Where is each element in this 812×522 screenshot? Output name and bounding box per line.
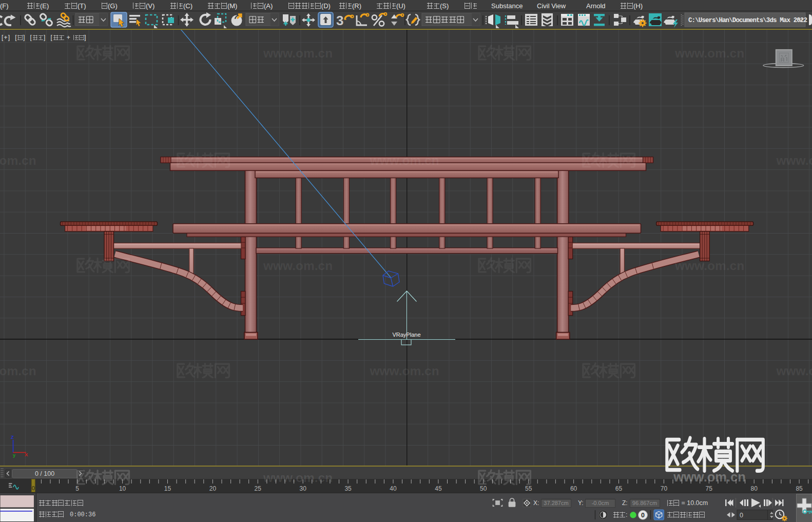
svg-text:C:\Users\Han\Documents\3ds Max: C:\Users\Han\Documents\3ds Max 2022 bbox=[688, 17, 807, 24]
svg-text:www.om.cn: www.om.cn bbox=[776, 153, 812, 167]
svg-text:30: 30 bbox=[300, 485, 307, 492]
svg-text:0: 0 bbox=[32, 485, 35, 491]
svg-text:www.om.cn: www.om.cn bbox=[263, 46, 333, 60]
svg-text:20: 20 bbox=[209, 485, 217, 492]
svg-text:0: 0 bbox=[740, 512, 743, 519]
svg-text:70: 70 bbox=[661, 485, 668, 492]
svg-text:www.om.cn: www.om.cn bbox=[369, 364, 439, 378]
svg-text:www.om.cn: www.om.cn bbox=[674, 46, 744, 60]
svg-text:15: 15 bbox=[164, 485, 171, 492]
svg-text:www.om.cn: www.om.cn bbox=[0, 364, 36, 378]
svg-text:50: 50 bbox=[480, 485, 487, 492]
svg-text:55: 55 bbox=[525, 485, 532, 492]
svg-text:Z: Z bbox=[11, 434, 14, 440]
svg-text:5: 5 bbox=[75, 485, 79, 492]
svg-text:35: 35 bbox=[344, 485, 352, 492]
svg-text:45: 45 bbox=[435, 485, 442, 492]
svg-text:85: 85 bbox=[796, 485, 803, 492]
svg-text:www.om.cn: www.om.cn bbox=[674, 259, 744, 273]
svg-text:www.om.cn: www.om.cn bbox=[369, 153, 439, 167]
svg-text:10: 10 bbox=[119, 485, 126, 492]
svg-text:www.om.cn: www.om.cn bbox=[0, 153, 36, 167]
svg-text:25: 25 bbox=[255, 485, 262, 492]
svg-text:X: X bbox=[25, 452, 28, 457]
svg-text:0 / 100: 0 / 100 bbox=[35, 470, 54, 477]
svg-text:60: 60 bbox=[570, 485, 577, 492]
svg-text:0: 0 bbox=[641, 512, 645, 519]
svg-text:80: 80 bbox=[751, 485, 758, 492]
svg-text:40: 40 bbox=[390, 485, 397, 492]
svg-text:www.om.cn: www.om.cn bbox=[263, 259, 333, 273]
svg-text:75: 75 bbox=[706, 485, 713, 492]
svg-text:VRayPlane: VRayPlane bbox=[392, 332, 420, 338]
svg-text:www.om.cn: www.om.cn bbox=[776, 364, 812, 378]
svg-text:3: 3 bbox=[336, 13, 343, 28]
svg-text:y: y bbox=[13, 452, 16, 458]
svg-text:65: 65 bbox=[615, 485, 623, 492]
